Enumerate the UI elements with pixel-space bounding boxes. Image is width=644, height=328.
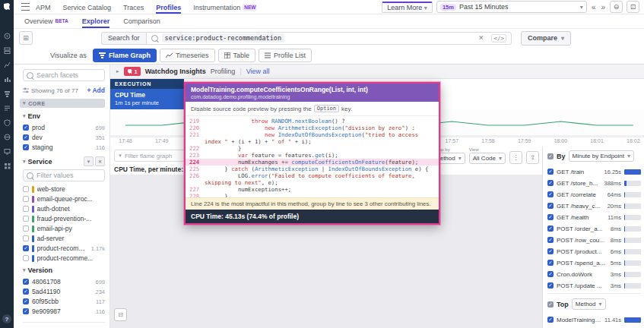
expand-icon[interactable]: ▸ bbox=[116, 68, 119, 74]
facet-row-email-api-py[interactable]: email-api-py bbox=[23, 224, 105, 233]
endpoint-row[interactable]: ✓POST /order_a...8ms bbox=[547, 224, 641, 233]
checkbox[interactable]: ✓ bbox=[547, 226, 554, 232]
rum-icon[interactable] bbox=[3, 147, 11, 155]
synthetics-icon[interactable] bbox=[3, 133, 11, 140]
infrastructure-icon[interactable] bbox=[3, 46, 11, 54]
top-method-select[interactable]: Method▾ bbox=[572, 298, 606, 310]
checkbox[interactable]: ✓ bbox=[23, 134, 29, 140]
checkbox[interactable]: ✓ bbox=[547, 191, 554, 197]
nav-item-instrumentation[interactable]: InstrumentationNEW bbox=[193, 1, 257, 14]
endpoint-row[interactable]: ✓POST /update ...3ms bbox=[547, 281, 641, 290]
add-facet-button[interactable]: + Add bbox=[87, 87, 105, 94]
facet-row-web-store[interactable]: web-store bbox=[23, 184, 105, 194]
core-facet-group-header[interactable]: ▾CORE bbox=[20, 99, 105, 108]
facet-row-staging[interactable]: ✓staging116 bbox=[23, 143, 105, 152]
watchdog-badge[interactable]: 1 bbox=[124, 67, 141, 76]
tab-explorer[interactable]: Explorer bbox=[82, 15, 110, 28]
facet-row-auth-dotnet[interactable]: auth-dotnet bbox=[23, 204, 105, 213]
checkbox[interactable] bbox=[23, 216, 29, 222]
search-input[interactable]: service:product-recommendation ✕ </> bbox=[146, 32, 512, 45]
checkbox[interactable]: ✓ bbox=[547, 271, 554, 277]
metrics-icon[interactable] bbox=[3, 61, 11, 68]
checkbox[interactable]: ✓ bbox=[547, 180, 554, 186]
compare-button[interactable]: Compare▾ bbox=[521, 31, 571, 46]
facet-row-email-queue-proc-[interactable]: email-queue-proc... bbox=[23, 194, 105, 203]
tab-overview[interactable]: OverviewBETA bbox=[24, 15, 68, 28]
apm-icon[interactable] bbox=[3, 75, 11, 83]
checkbox[interactable]: ✓ bbox=[547, 203, 554, 209]
learn-more-button[interactable]: Learn More ▾ bbox=[382, 2, 433, 13]
logs-icon[interactable] bbox=[3, 104, 11, 112]
filter-flame-graph-input[interactable]: ▼ Filter flame graph bbox=[114, 150, 189, 162]
tab-comparison[interactable]: Comparison bbox=[123, 15, 160, 28]
zoom-out-icon[interactable]: ⊖ bbox=[610, 1, 623, 13]
visualize-table-button[interactable]: Table bbox=[218, 49, 256, 62]
facet-row-product-recomme-[interactable]: product-recomme... bbox=[23, 254, 105, 263]
select-all-checkbox[interactable]: ✓ bbox=[547, 301, 554, 308]
facet-row-60f95cbb[interactable]: ✓60f95cbb117 bbox=[23, 297, 105, 306]
facet-row-5ad41190[interactable]: ✓5ad41190234 bbox=[23, 287, 105, 296]
facet-row-ad-server[interactable]: ad-server bbox=[23, 234, 105, 243]
facet-row-dev[interactable]: ✓dev351 bbox=[23, 133, 105, 142]
export-icon[interactable]: ⇧ bbox=[526, 151, 539, 164]
visualize-flame-graph-button[interactable]: Flame Graph bbox=[93, 49, 157, 62]
checkbox[interactable] bbox=[23, 235, 29, 241]
visualize-timeseries-button[interactable]: Timeseries bbox=[160, 49, 215, 62]
facet-clear-icon[interactable]: ✕ bbox=[95, 156, 105, 166]
facet-row-fraud-prevention-[interactable]: fraud-prevention-... bbox=[23, 214, 105, 223]
checkbox[interactable]: ✓ bbox=[23, 125, 29, 131]
endpoint-row[interactable]: ✓GET /store_h...388ms bbox=[547, 178, 641, 188]
endpoint-row[interactable]: ✓GET /train16.25s bbox=[547, 167, 641, 176]
code-view-icon[interactable]: </> bbox=[491, 34, 506, 43]
view-all-link[interactable]: View all bbox=[246, 68, 270, 75]
facet-row-prod[interactable]: ✓prod699 bbox=[23, 123, 105, 132]
checkbox[interactable] bbox=[23, 226, 29, 232]
filter-values-input[interactable]: Filter values bbox=[23, 169, 105, 181]
checkbox[interactable]: ✓ bbox=[547, 214, 554, 220]
time-back-icon[interactable]: « bbox=[591, 3, 597, 11]
host-facet-header[interactable]: ▸Host bbox=[23, 322, 105, 328]
time-forward-icon[interactable]: » bbox=[600, 3, 606, 11]
time-range-picker[interactable]: 15m Past 15 Minutes ▾ bbox=[436, 1, 587, 13]
search-query[interactable]: service:product-recommendation bbox=[162, 33, 285, 43]
checkbox[interactable]: ✓ bbox=[23, 144, 29, 150]
endpoint-row[interactable]: ✓Cron.doWork3ms bbox=[547, 270, 641, 279]
checkbox[interactable]: ✓ bbox=[23, 298, 29, 304]
nav-item-apm[interactable]: APM bbox=[36, 1, 51, 14]
checkbox[interactable]: ✓ bbox=[547, 260, 554, 266]
help-icon[interactable]: ? bbox=[2, 314, 11, 323]
by-endpoint-select[interactable]: Minute by Endpoint▾ bbox=[569, 150, 635, 162]
version-facet-header[interactable]: ▾Version bbox=[23, 266, 105, 274]
service-facet-header[interactable]: ▾Service ▼ ✕ bbox=[23, 156, 105, 166]
endpoint-row[interactable]: ✓GET /heavy_c...20ms bbox=[547, 201, 641, 210]
select-all-checkbox[interactable]: ✓ bbox=[547, 153, 554, 159]
fullscreen-icon[interactable]: ⊡ bbox=[627, 1, 639, 13]
endpoint-row[interactable]: ✓GET /health11ms bbox=[547, 213, 641, 222]
checkbox[interactable]: ✓ bbox=[23, 279, 29, 285]
more-options-icon[interactable]: ⋮ bbox=[509, 151, 522, 164]
checkbox[interactable]: ✓ bbox=[547, 317, 554, 323]
panel-toggle-icon[interactable]: ⊞ bbox=[19, 31, 33, 45]
view-select[interactable]: All Code▾ bbox=[469, 153, 506, 164]
checkbox[interactable]: ✓ bbox=[547, 282, 554, 289]
endpoint-row[interactable]: ✓GET /correlate64ms bbox=[547, 190, 641, 199]
clear-search-icon[interactable]: ✕ bbox=[478, 34, 484, 42]
watchdog-icon[interactable] bbox=[3, 32, 11, 39]
method-row[interactable]: ✓ModelTraining.c...11.41s bbox=[547, 315, 641, 324]
minimap-toggle-icon[interactable]: ⊟ bbox=[114, 308, 127, 321]
datadog-logo[interactable] bbox=[0, 0, 14, 14]
integrations-icon[interactable] bbox=[3, 162, 11, 169]
checkbox[interactable]: ✓ bbox=[547, 237, 554, 243]
checkbox[interactable] bbox=[23, 255, 29, 261]
env-facet-header[interactable]: ▾Env bbox=[23, 112, 105, 120]
checkbox[interactable]: ✓ bbox=[23, 289, 29, 295]
security-icon[interactable] bbox=[3, 118, 11, 126]
visualize-profile-list-button[interactable]: Profile List bbox=[259, 49, 312, 62]
checkbox[interactable] bbox=[23, 196, 29, 202]
nav-item-service-catalog[interactable]: Service Catalog bbox=[63, 1, 112, 14]
nav-item-traces[interactable]: Traces bbox=[123, 1, 144, 14]
nav-item-profiles[interactable]: Profiles bbox=[156, 1, 181, 14]
facet-row-product-recomme-[interactable]: ✓product-recomme...1.17k bbox=[23, 244, 105, 253]
cpu-time-metric-item[interactable]: CPU Time 1m 1s per minute bbox=[110, 89, 184, 109]
facet-row-9e909987[interactable]: ✓9e909987116 bbox=[23, 307, 105, 316]
